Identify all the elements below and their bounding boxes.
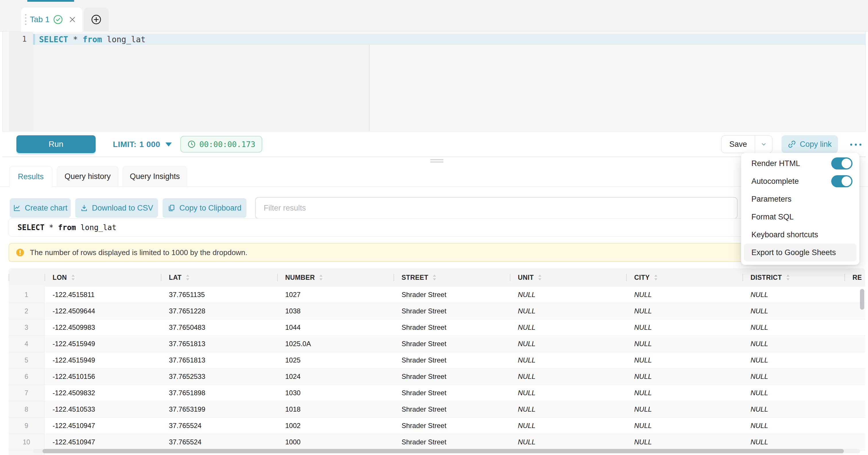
table-cell[interactable]: Shrader Street: [394, 336, 510, 352]
row-number[interactable]: 9: [9, 418, 44, 434]
tab-results[interactable]: Results: [9, 166, 52, 187]
column-header-district[interactable]: DISTRICT: [742, 268, 844, 287]
tab-1[interactable]: Tab 1: [21, 7, 83, 32]
column-header-unit[interactable]: UNIT: [510, 268, 626, 287]
copy-clipboard-button[interactable]: Copy to Clipboard: [162, 198, 246, 218]
table-cell[interactable]: 37.7653199: [161, 401, 277, 417]
table-cell[interactable]: NULL: [626, 418, 742, 434]
table-cell[interactable]: 1002: [277, 418, 394, 434]
table-cell[interactable]: NULL: [742, 303, 844, 319]
table-cell[interactable]: Shrader Street: [394, 434, 510, 450]
more-options-button[interactable]: [848, 140, 863, 149]
table-cell[interactable]: 37.7651898: [161, 385, 277, 401]
table-cell[interactable]: 1038: [277, 303, 394, 319]
table-cell[interactable]: NULL: [626, 368, 742, 385]
table-cell[interactable]: NULL: [742, 434, 844, 450]
horizontal-scrollbar-thumb[interactable]: [42, 449, 844, 453]
editor-text-area[interactable]: [33, 45, 369, 131]
column-header-city[interactable]: CITY: [626, 268, 742, 287]
save-options-button[interactable]: [755, 135, 772, 153]
row-number[interactable]: 3: [9, 320, 44, 335]
row-number[interactable]: 7: [9, 385, 44, 401]
menu-item-format-sql[interactable]: Format SQL: [741, 208, 859, 226]
table-cell[interactable]: -122.4510947: [44, 434, 161, 450]
menu-item-autocomplete[interactable]: Autocomplete: [741, 172, 859, 190]
row-number[interactable]: 1: [9, 287, 44, 303]
vertical-scrollbar-thumb[interactable]: [860, 289, 864, 310]
limit-dropdown[interactable]: LIMIT: 1 000: [113, 131, 172, 157]
table-cell[interactable]: 37.765524: [161, 418, 277, 434]
table-cell[interactable]: NULL: [626, 336, 742, 352]
table-cell[interactable]: -122.4510947: [44, 418, 161, 434]
table-cell[interactable]: NULL: [510, 418, 626, 434]
table-cell[interactable]: Shrader Street: [394, 320, 510, 335]
row-number[interactable]: 10: [9, 434, 44, 450]
table-cell[interactable]: NULL: [626, 401, 742, 417]
table-cell[interactable]: 1024: [277, 368, 394, 385]
table-cell[interactable]: NULL: [742, 401, 844, 417]
table-cell[interactable]: 1000: [277, 434, 394, 450]
tab-drag-handle-icon[interactable]: [25, 14, 26, 25]
column-header-lon[interactable]: LON: [44, 268, 161, 287]
table-cell[interactable]: NULL: [510, 320, 626, 335]
table-cell[interactable]: Shrader Street: [394, 401, 510, 417]
tab-query-insights[interactable]: Query Insights: [123, 166, 187, 187]
table-cell[interactable]: NULL: [510, 368, 626, 385]
table-cell[interactable]: Shrader Street: [394, 303, 510, 319]
menu-item-export-to-google-sheets[interactable]: Export to Google Sheets: [744, 244, 857, 262]
table-cell[interactable]: Shrader Street: [394, 352, 510, 368]
table-cell[interactable]: NULL: [742, 352, 844, 368]
table-cell[interactable]: 1025: [277, 352, 394, 368]
table-cell[interactable]: 1025.0A: [277, 336, 394, 352]
menu-item-keyboard-shortcuts[interactable]: Keyboard shortcuts: [741, 226, 859, 244]
table-cell[interactable]: NULL: [626, 320, 742, 335]
table-cell[interactable]: NULL: [510, 352, 626, 368]
column-header-number[interactable]: NUMBER: [277, 268, 394, 287]
table-cell[interactable]: Shrader Street: [394, 368, 510, 385]
table-cell[interactable]: NULL: [626, 385, 742, 401]
column-header-street[interactable]: STREET: [394, 268, 510, 287]
table-cell[interactable]: Shrader Street: [394, 418, 510, 434]
table-cell[interactable]: 37.7651228: [161, 303, 277, 319]
table-cell[interactable]: 37.7650483: [161, 320, 277, 335]
table-cell[interactable]: NULL: [626, 303, 742, 319]
table-cell[interactable]: 37.7651813: [161, 336, 277, 352]
table-cell[interactable]: 37.7651813: [161, 352, 277, 368]
table-cell[interactable]: 37.765524: [161, 434, 277, 450]
table-cell[interactable]: NULL: [626, 287, 742, 303]
download-csv-button[interactable]: Download to CSV: [75, 198, 158, 218]
table-cell[interactable]: NULL: [742, 287, 844, 303]
table-cell[interactable]: -122.4515949: [44, 336, 161, 352]
table-cell[interactable]: -122.4509983: [44, 320, 161, 335]
filter-results-input[interactable]: [255, 197, 738, 219]
row-number[interactable]: 2: [9, 303, 44, 319]
table-cell[interactable]: NULL: [742, 336, 844, 352]
row-number[interactable]: 6: [9, 368, 44, 385]
table-cell[interactable]: NULL: [510, 385, 626, 401]
row-number[interactable]: 5: [9, 352, 44, 368]
column-header-lat[interactable]: LAT: [161, 268, 277, 287]
table-cell[interactable]: NULL: [742, 320, 844, 335]
table-cell[interactable]: NULL: [742, 418, 844, 434]
table-cell[interactable]: 1018: [277, 401, 394, 417]
toggle-autocomplete[interactable]: [831, 175, 852, 187]
table-cell[interactable]: NULL: [626, 352, 742, 368]
table-cell[interactable]: -122.4510156: [44, 368, 161, 385]
table-cell[interactable]: NULL: [510, 303, 626, 319]
table-cell[interactable]: 37.7651135: [161, 287, 277, 303]
save-button[interactable]: Save: [721, 135, 755, 153]
copy-link-button[interactable]: Copy link: [781, 135, 838, 153]
table-cell[interactable]: NULL: [510, 401, 626, 417]
run-button[interactable]: Run: [17, 135, 96, 153]
create-chart-button[interactable]: Create chart: [10, 198, 71, 218]
table-cell[interactable]: -122.4510533: [44, 401, 161, 417]
table-cell[interactable]: 1044: [277, 320, 394, 335]
table-cell[interactable]: NULL: [742, 368, 844, 385]
table-cell[interactable]: -122.4509644: [44, 303, 161, 319]
table-cell[interactable]: -122.4509832: [44, 385, 161, 401]
table-cell[interactable]: Shrader Street: [394, 385, 510, 401]
table-cell[interactable]: -122.4515949: [44, 352, 161, 368]
panel-resize-handle[interactable]: [430, 159, 443, 162]
table-cell[interactable]: Shrader Street: [394, 287, 510, 303]
close-tab-icon[interactable]: [68, 15, 77, 24]
